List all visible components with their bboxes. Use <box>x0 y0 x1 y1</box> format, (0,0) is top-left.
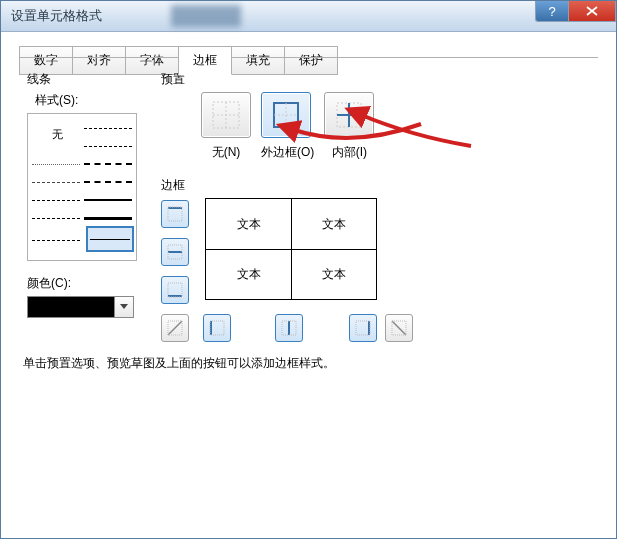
preset-outline-button[interactable] <box>261 92 311 138</box>
line-style-list[interactable]: 无 <box>27 113 137 261</box>
hint-text: 单击预置选项、预览草图及上面的按钮可以添加边框样式。 <box>23 355 335 372</box>
line-style-thick[interactable] <box>84 210 132 226</box>
preset-outline-icon <box>271 100 301 130</box>
border-top-icon <box>167 206 183 222</box>
preview-cell-tr: 文本 <box>291 199 376 249</box>
border-diag-down-button[interactable] <box>385 314 413 342</box>
help-button[interactable]: ? <box>535 1 568 22</box>
preset-inside-label: 内部(I) <box>324 144 374 161</box>
line-style-dotted1[interactable] <box>32 156 80 172</box>
svg-rect-10 <box>168 207 182 221</box>
preset-none-icon <box>211 100 241 130</box>
border-diag-up-icon <box>167 320 183 336</box>
line-style-none[interactable]: 无 <box>32 118 82 150</box>
close-button[interactable] <box>568 1 616 22</box>
border-vmiddle-icon <box>281 320 297 336</box>
line-section-label: 线条 <box>27 71 147 88</box>
line-style-medium[interactable] <box>84 192 132 208</box>
preset-none-button[interactable] <box>201 92 251 138</box>
preview-cell-bl: 文本 <box>206 249 291 299</box>
preset-outline-label: 外边框(O) <box>261 144 314 161</box>
border-preview[interactable]: 文本 文本 文本 文本 <box>205 198 377 300</box>
line-style-dashdot[interactable] <box>84 138 132 154</box>
line-style-dash-med[interactable] <box>84 174 132 190</box>
border-diag-up-button[interactable] <box>161 314 189 342</box>
chevron-down-icon <box>120 304 128 310</box>
titlebar: 设置单元格格式 ? <box>1 1 616 32</box>
border-left-button[interactable] <box>203 314 231 342</box>
border-top-button[interactable] <box>161 200 189 228</box>
preview-cell-br: 文本 <box>291 249 376 299</box>
color-label: 颜色(C): <box>27 275 147 292</box>
window-title: 设置单元格格式 <box>1 7 102 25</box>
preview-cell-tl: 文本 <box>206 199 291 249</box>
border-section-label: 边框 <box>161 177 596 194</box>
line-style-dashdot2[interactable] <box>84 156 132 172</box>
svg-rect-18 <box>210 321 224 335</box>
tab-border[interactable]: 边框 <box>178 46 232 75</box>
style-label: 样式(S): <box>35 92 147 109</box>
format-cells-dialog: 设置单元格格式 ? 数字 对齐 字体 边框 填充 保护 线条 样式(S): 无 <box>0 0 617 539</box>
border-right-icon <box>355 320 371 336</box>
line-style-dash-thin[interactable] <box>84 120 132 136</box>
color-dropdown-button[interactable] <box>115 296 134 318</box>
border-left-icon <box>209 320 225 336</box>
line-style-dotted2[interactable] <box>32 174 80 190</box>
blurred-region <box>171 5 241 27</box>
preset-inside-icon <box>334 100 364 130</box>
preset-inside-button[interactable] <box>324 92 374 138</box>
svg-line-15 <box>168 321 182 335</box>
border-diag-down-icon <box>391 320 407 336</box>
border-hmiddle-button[interactable] <box>161 238 189 266</box>
line-style-dash3[interactable] <box>32 192 80 208</box>
border-hmiddle-icon <box>167 244 183 260</box>
line-style-dashdot3[interactable] <box>32 210 80 226</box>
border-bottom-button[interactable] <box>161 276 189 304</box>
color-swatch[interactable] <box>27 296 115 318</box>
preset-none-label: 无(N) <box>201 144 251 161</box>
border-vmiddle-button[interactable] <box>275 314 303 342</box>
border-bottom-icon <box>167 282 183 298</box>
right-column: 预置 无(N) <box>161 71 596 348</box>
line-style-dashdot4[interactable] <box>32 228 80 252</box>
line-column: 线条 样式(S): 无 颜色(C): <box>27 71 147 318</box>
line-style-thin-selected[interactable] <box>86 226 134 252</box>
svg-line-23 <box>392 321 406 335</box>
border-right-button[interactable] <box>349 314 377 342</box>
svg-rect-22 <box>356 321 370 335</box>
svg-rect-14 <box>168 283 182 297</box>
color-select[interactable] <box>27 296 147 318</box>
